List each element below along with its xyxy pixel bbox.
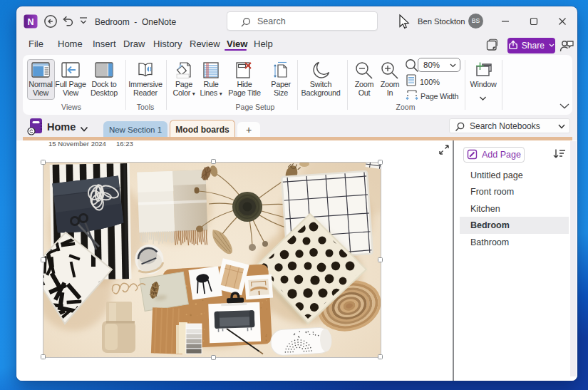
svg-text:N: N — [27, 17, 33, 27]
